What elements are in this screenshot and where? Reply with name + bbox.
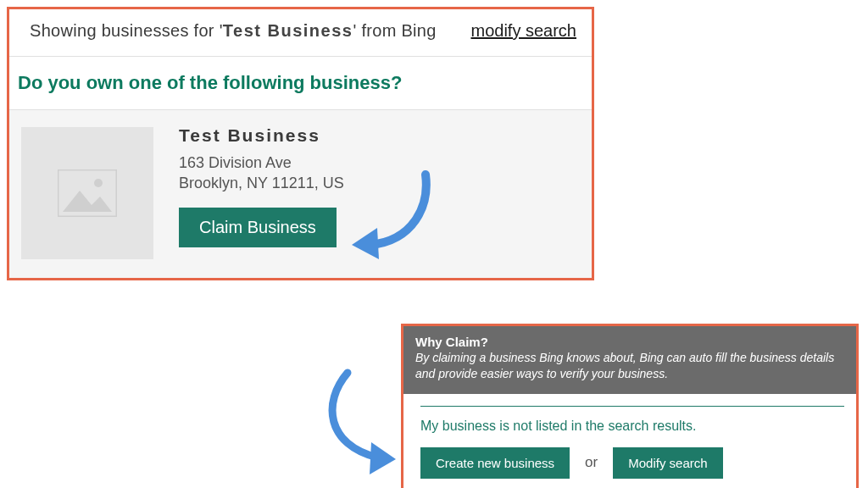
section-divider <box>420 406 844 407</box>
ownership-question: Do you own one of the following business… <box>9 57 592 110</box>
address-line-2: Brooklyn, NY 11211, US <box>179 175 344 191</box>
not-listed-section: My business is not listed in the search … <box>403 394 856 488</box>
claim-business-button[interactable]: Claim Business <box>179 208 337 247</box>
address-line-1: 163 Division Ave <box>179 154 292 171</box>
why-claim-title: Why Claim? <box>415 335 844 349</box>
showing-suffix: ' from Bing <box>353 21 436 40</box>
annotation-arrow-claim <box>345 164 438 266</box>
why-claim-box: Why Claim? By claiming a business Bing k… <box>403 326 856 394</box>
business-thumbnail-placeholder <box>21 127 153 259</box>
why-claim-description: By claiming a business Bing knows about,… <box>415 350 844 382</box>
modify-search-link[interactable]: modify search <box>471 21 577 41</box>
business-result-row: Test Business 163 Division Ave Brooklyn,… <box>9 110 592 278</box>
action-button-row: Create new business or Modify search <box>420 447 844 479</box>
create-new-business-button[interactable]: Create new business <box>420 447 570 479</box>
business-info: Test Business 163 Division Ave Brooklyn,… <box>179 124 344 259</box>
image-placeholder-icon <box>58 169 117 217</box>
search-results-panel: Showing businesses for 'Test Business' f… <box>7 7 594 280</box>
business-name: Test Business <box>179 125 344 146</box>
svg-point-1 <box>94 179 103 187</box>
annotation-arrow-create <box>314 364 407 474</box>
search-query: Test Business <box>223 21 353 40</box>
results-header: Showing businesses for 'Test Business' f… <box>9 9 592 57</box>
showing-results-text: Showing businesses for 'Test Business' f… <box>30 21 437 41</box>
why-claim-panel: Why Claim? By claiming a business Bing k… <box>401 324 859 488</box>
modify-search-button[interactable]: Modify search <box>613 447 722 479</box>
business-address: 163 Division Ave Brooklyn, NY 11211, US <box>179 152 344 194</box>
not-listed-text: My business is not listed in the search … <box>420 419 844 434</box>
or-separator: or <box>585 454 598 471</box>
showing-prefix: Showing businesses for ' <box>30 21 223 40</box>
